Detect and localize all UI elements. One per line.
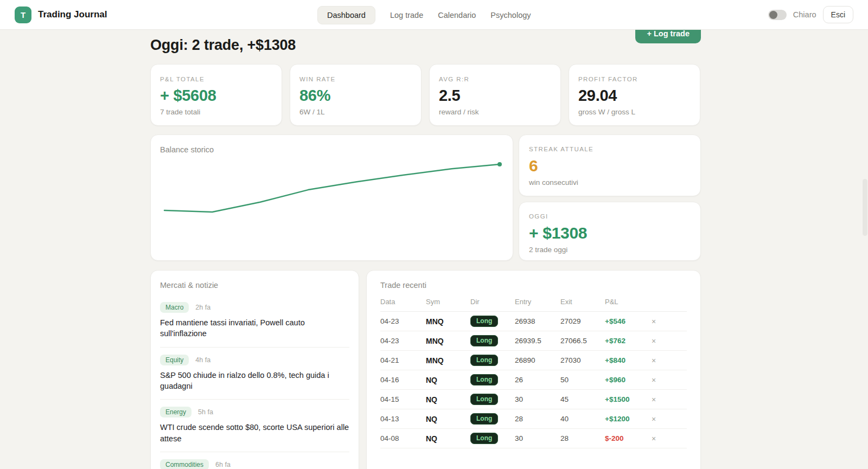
today-subtext: 2 trade oggi: [529, 246, 691, 254]
stat-value: 86%: [299, 87, 412, 105]
stat-value: 2.5: [439, 87, 551, 105]
theme-label: Chiaro: [793, 10, 816, 19]
trades-column-header: Sym: [426, 298, 470, 306]
news-item[interactable]: Equity 4h fa S&P 500 chiude in rialzo de…: [160, 348, 349, 400]
main-nav: Dashboard Log trade Calendario Psycholog…: [317, 0, 531, 30]
stats-row: P&L TOTALE + $5608 7 trade totali WIN RA…: [150, 64, 701, 126]
equity-endpoint-dot: [497, 162, 502, 166]
stat-value: + $5608: [160, 87, 272, 105]
trade-row: 04-21 MNQ Long 26890 27030 +$840 ×: [380, 351, 687, 370]
delete-trade-button[interactable]: ×: [652, 434, 662, 443]
stat-card: P&L TOTALE + $5608 7 trade totali: [150, 64, 282, 126]
trade-entry: 30: [515, 434, 560, 442]
delete-trade-button[interactable]: ×: [652, 356, 662, 365]
trade-entry: 30: [515, 395, 560, 403]
trade-date: 04-23: [380, 317, 426, 325]
trade-exit: 28: [560, 434, 605, 442]
news-item[interactable]: Energy 5h fa WTI crude scende sotto $80,…: [160, 400, 349, 452]
trades-table-header: Data Sym Dir Entry Exit P&L: [380, 298, 687, 312]
stat-value: 29.04: [578, 87, 691, 105]
news-item[interactable]: Macro 2h fa Fed mantiene tassi invariati…: [160, 295, 349, 348]
page-header: Oggi: 2 trade, +$1308 + Log trade: [150, 30, 701, 54]
trades-column-header: Data: [380, 298, 426, 306]
balance-chart-title: Balance storico: [160, 145, 503, 154]
trade-exit: 27030: [560, 356, 605, 364]
trade-symbol: MNQ: [426, 317, 470, 326]
trade-entry: 26938: [515, 317, 560, 325]
trade-row: 04-23 MNQ Long 26938 27029 +$546 ×: [380, 312, 687, 331]
side-column: STREAK ATTUALE 6 win consecutivi OGGI + …: [519, 134, 701, 261]
trade-exit: 50: [560, 376, 605, 384]
streak-card: STREAK ATTUALE 6 win consecutivi: [519, 134, 701, 196]
page-title: Oggi: 2 trade, +$1308: [150, 37, 701, 54]
delete-trade-button[interactable]: ×: [652, 376, 662, 384]
trade-symbol: MNQ: [426, 337, 470, 345]
news-list: Macro 2h fa Fed mantiene tassi invariati…: [160, 295, 349, 469]
scrollbar-thumb[interactable]: [863, 179, 867, 236]
today-card: OGGI + $1308 2 trade oggi: [519, 202, 701, 261]
trade-pnl: +$1500: [605, 395, 652, 403]
delete-trade-button[interactable]: ×: [652, 317, 662, 326]
nav-tab[interactable]: Psychology: [490, 11, 531, 20]
navbar-right: Chiaro Esci: [768, 6, 853, 23]
trades-column-header: Dir: [470, 298, 515, 306]
trade-row: 04-16 NQ Long 26 50 +$960 ×: [380, 370, 687, 390]
dashboard-main: Oggi: 2 trade, +$1308 + Log trade P&L TO…: [0, 0, 868, 469]
equity-line: [164, 164, 500, 212]
trade-pnl: +$840: [605, 356, 652, 364]
streak-subtext: win consecutivi: [529, 178, 691, 187]
trade-exit: 27029: [560, 317, 605, 325]
trades-title: Trade recenti: [380, 281, 687, 290]
trade-pnl: +$546: [605, 317, 652, 325]
trade-date: 04-21: [380, 356, 426, 364]
trade-entry: 26939.5: [515, 337, 560, 345]
trade-date: 04-13: [380, 415, 426, 423]
news-item[interactable]: Commodities 6h fa Oro tocca nuovi massim…: [160, 452, 349, 469]
trade-pnl: +$960: [605, 376, 652, 384]
trade-symbol: NQ: [426, 376, 470, 384]
news-headline: Fed mantiene tassi invariati, Powell cau…: [160, 317, 349, 339]
stat-subtext: 6W / 1L: [299, 108, 412, 116]
delete-trade-button[interactable]: ×: [652, 395, 662, 404]
news-category-badge: Energy: [160, 407, 192, 417]
news-headline: WTI crude scende sotto $80, scorte USA s…: [160, 422, 349, 444]
trade-pnl: +$1200: [605, 415, 652, 423]
trade-exit: 40: [560, 415, 605, 423]
trade-symbol: NQ: [426, 415, 470, 423]
brand-name: Trading Journal: [38, 9, 107, 20]
delete-trade-button[interactable]: ×: [652, 415, 662, 423]
trade-date: 04-15: [380, 395, 426, 403]
delete-trade-button[interactable]: ×: [652, 337, 662, 345]
trade-date: 04-23: [380, 337, 426, 345]
news-category-badge: Equity: [160, 355, 189, 365]
trade-date: 04-16: [380, 376, 426, 384]
trades-table-body: 04-23 MNQ Long 26938 27029 +$546 × 04-23…: [380, 312, 687, 448]
trade-entry: 28: [515, 415, 560, 423]
stat-subtext: reward / risk: [439, 108, 551, 116]
trades-column-header: P&L: [605, 298, 652, 306]
news-timestamp: 4h fa: [195, 356, 210, 364]
trade-pnl: $-200: [605, 434, 652, 442]
trade-exit: 27066.5: [560, 337, 605, 345]
streak-value: 6: [529, 157, 691, 175]
streak-label: STREAK ATTUALE: [529, 146, 691, 152]
nav-tab[interactable]: Calendario: [438, 11, 476, 20]
brand-logo-icon: T: [15, 7, 31, 23]
nav-tab[interactable]: Log trade: [390, 11, 423, 20]
nav-tab[interactable]: Dashboard: [317, 6, 375, 24]
trade-row: 04-13 NQ Long 28 40 +$1200 ×: [380, 409, 687, 429]
today-label: OGGI: [529, 213, 691, 220]
stat-card: PROFIT FACTOR 29.04 gross W / gross L: [569, 64, 700, 126]
news-timestamp: 6h fa: [215, 461, 231, 468]
trade-row: 04-15 NQ Long 30 45 +$1500 ×: [380, 390, 687, 409]
logout-button[interactable]: Esci: [823, 6, 853, 23]
theme-toggle[interactable]: [768, 10, 787, 20]
news-headline: S&P 500 chiude in rialzo dello 0.8%, tec…: [160, 370, 349, 392]
news-timestamp: 5h fa: [198, 408, 213, 416]
trades-column-header: Entry: [515, 298, 560, 306]
stat-card: AVG R:R 2.5 reward / risk: [429, 64, 561, 126]
today-value: + $1308: [529, 224, 691, 242]
news-timestamp: 2h fa: [195, 304, 210, 311]
stat-label: PROFIT FACTOR: [578, 76, 691, 82]
equity-curve-chart: [160, 157, 505, 249]
